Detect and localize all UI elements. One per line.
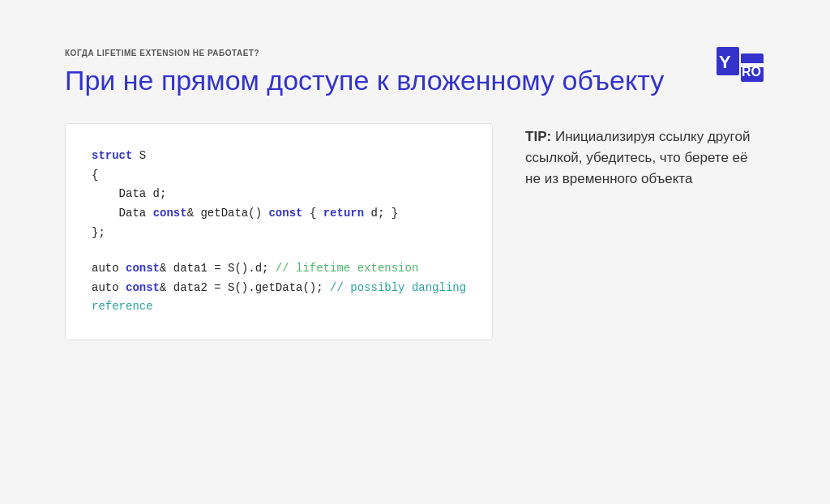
svg-rect-4 [741,63,764,67]
slide-title: При не прямом доступе к вложенному объек… [65,64,765,97]
content-area: struct S { Data d; Data const& getData()… [65,123,765,340]
keyword-struct: struct [92,149,132,162]
reference-text: reference [92,300,153,313]
keyword-const3: const [126,262,160,275]
tip-paragraph: TIP: Инициализируя ссылку другой ссылкой… [525,126,765,190]
keyword-return: return [323,207,364,220]
comment-lifetime: // lifetime extension [276,262,418,275]
slide: Y RO Когда Lifetime Extension не работае… [0,0,830,504]
keyword-const1: const [153,207,187,220]
code-pre: struct S { Data d; Data const& getData()… [92,147,466,243]
tip-block: TIP: Инициализируя ссылку другой ссылкой… [525,123,765,340]
code-block: struct S { Data d; Data const& getData()… [65,123,493,340]
header-label: Когда Lifetime Extension не работает? [65,49,765,58]
svg-text:Y: Y [719,52,731,72]
tip-content: Инициализируя ссылку другой ссылкой, убе… [525,129,750,187]
tip-label: TIP: [525,129,551,144]
code-pre-lines: auto const& data1 = S().d; // lifetime e… [92,259,466,317]
logo-area: Y RO [717,47,765,88]
keyword-const4: const [126,281,160,294]
keyword-const2: const [268,207,302,220]
